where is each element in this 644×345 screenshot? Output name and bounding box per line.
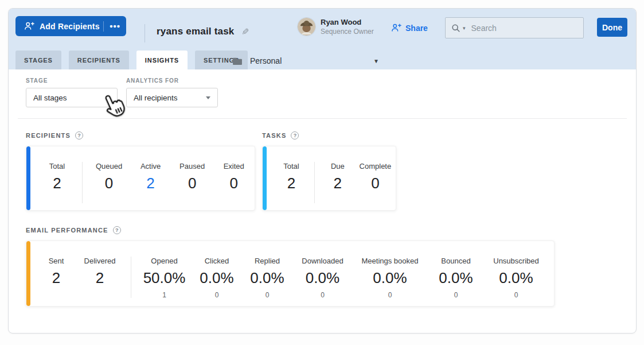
recipients-section-title: RECIPIENTS [26,132,71,139]
edit-title-icon[interactable]: ✎ [241,26,249,37]
stage-filter-label: STAGE [26,77,118,84]
analytics-for-chevron-icon [206,96,210,99]
search-box[interactable]: ▾ [445,17,584,38]
recipients-card: Total 2 Queued 0 Active 2 Paused 0 [26,146,255,211]
stage-filter: STAGE All stages [26,77,118,107]
owner-role: Sequence Owner [321,28,374,36]
person-plus-icon [24,21,34,32]
card-divider [314,162,315,203]
stat-unsubscribed: Unsubscribed 0.0% 0 [485,257,548,299]
tab-recipients[interactable]: RECIPIENTS [69,51,129,69]
owner-name: Ryan Wood [321,18,374,26]
header-separator [145,24,145,42]
stat-bounced: Bounced 0.0% 0 [427,257,485,299]
tasks-accent-bar [263,146,267,210]
analytics-for-value: All recipients [134,94,178,102]
search-icon [451,24,460,33]
folder-dropdown-arrow-icon[interactable]: ▼ [373,58,379,64]
tab-insights[interactable]: INSIGHTS [136,51,188,69]
header-bar: Add Recipients ••• ryans email task ✎ Ry… [9,9,636,69]
stat-replied: Replied 0.0% 0 [242,257,292,299]
email-performance-help-icon[interactable]: ? [113,226,121,234]
stage-select[interactable]: All stages [26,88,118,107]
card-divider [82,162,83,203]
folder-selector[interactable]: Personal ▼ [232,56,379,65]
recipients-section: RECIPIENTS ? Total 2 Queued 0 Activ [26,131,255,211]
insights-content: STAGE All stages ANALYTICS FOR All recip… [9,69,636,307]
add-recipients-label: Add Recipients [40,22,100,31]
email-performance-card: Sent 2 Delivered 2 Opened 50.0% 1 Clicke… [26,241,555,307]
stat-downloaded: Downloaded 0.0% 0 [292,257,353,299]
stat-sent: Sent 2 [38,257,75,286]
stat-opened: Opened 50.0% 1 [137,257,192,299]
search-scope-caret-icon[interactable]: ▾ [463,25,466,31]
filter-divider [18,118,627,119]
share-person-plus-icon [391,22,401,33]
analytics-for-select[interactable]: All recipients [126,88,218,107]
stat-recipients-queued: Queued 0 [88,162,130,192]
tasks-help-icon[interactable]: ? [291,131,299,139]
stat-recipients-exited: Exited 0 [213,162,255,192]
email-performance-section: EMAIL PERFORMANCE ? Sent 2 Delivered 2 O… [26,226,619,307]
recipients-accent-bar [26,146,30,210]
button-divider [103,21,104,32]
add-recipients-button[interactable]: Add Recipients ••• [15,16,126,36]
email-performance-title: EMAIL PERFORMANCE [26,227,108,234]
sequence-title: ryans email task [157,26,235,37]
share-button[interactable]: Share [391,22,428,33]
recipients-help-icon[interactable]: ? [75,131,83,139]
owner-info: Ryan Wood Sequence Owner [298,18,374,36]
analytics-for-label: ANALYTICS FOR [126,77,218,84]
email-accent-bar [26,241,30,306]
tasks-section-title: TASKS [262,132,286,139]
done-button[interactable]: Done [597,18,627,37]
owner-avatar[interactable] [298,18,315,36]
stat-recipients-active: Active 2 [130,162,171,192]
search-input[interactable] [471,24,557,33]
more-options-icon[interactable]: ••• [110,24,120,29]
tasks-section: TASKS ? Total 2 Due 2 Complete [262,131,396,211]
sequence-title-group: ryans email task ✎ [157,21,249,42]
card-divider [131,257,131,298]
stat-recipients-paused: Paused 0 [171,162,213,192]
filter-row: STAGE All stages ANALYTICS FOR All recip… [26,77,619,107]
tab-bar: STAGES RECIPIENTS INSIGHTS SETTINGS [15,51,248,69]
share-label: Share [405,24,428,33]
folder-label: Personal [250,56,282,65]
stage-select-chevron-icon [106,96,110,99]
stat-clicked: Clicked 0.0% 0 [192,257,242,299]
stat-tasks-complete: Complete 0 [355,162,396,192]
sequence-window: Add Recipients ••• ryans email task ✎ Ry… [8,8,637,334]
stat-delivered: Delivered 2 [75,257,125,286]
folder-icon [232,57,243,65]
tasks-card: Total 2 Due 2 Complete 0 [262,146,396,211]
stat-tasks-total: Total 2 [274,162,309,192]
stat-meetings-booked: Meetings booked 0.0% 0 [353,257,427,299]
stat-tasks-due: Due 2 [321,162,355,192]
tab-stages[interactable]: STAGES [15,51,61,69]
stat-recipients-total: Total 2 [38,162,76,192]
analytics-for-filter: ANALYTICS FOR All recipients [126,77,218,107]
stage-select-value: All stages [33,94,67,102]
